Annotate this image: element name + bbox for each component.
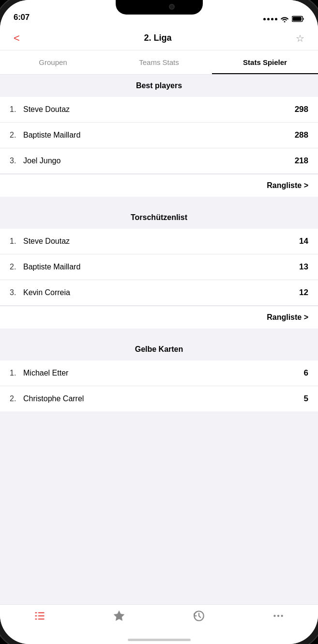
notch [116, 0, 203, 15]
signal-dots [263, 18, 277, 20]
battery-icon [292, 16, 304, 22]
bottom-tab-favorites[interactable] [79, 610, 159, 622]
status-bar: 6:07 [0, 0, 318, 26]
svg-rect-8 [38, 618, 45, 619]
home-indicator [128, 639, 191, 641]
svg-rect-2 [292, 17, 302, 21]
card-name-2: Christophe Carrel [23, 394, 304, 403]
rank-3: 3. [10, 157, 23, 165]
svg-point-10 [273, 615, 275, 617]
history-icon [193, 610, 205, 622]
tab-bar: Groupen Teams Stats Stats Spieler [0, 50, 318, 75]
scorer-name-2: Baptiste Maillard [23, 263, 299, 271]
star-icon [113, 610, 125, 622]
more-icon [272, 610, 285, 622]
svg-rect-6 [38, 615, 45, 616]
scorer-name-3: Kevin Correia [23, 288, 299, 297]
main-content: Best players 1. Steve Doutaz 298 2. Bapt… [0, 75, 318, 604]
list-item: 3. Joel Jungo 218 [0, 148, 318, 174]
status-icons [263, 16, 304, 22]
card-name-1: Michael Etter [23, 369, 304, 377]
rank-t1: 1. [10, 237, 23, 246]
torschuetzenlist-header: Torschützenlist [0, 206, 318, 229]
svg-rect-5 [35, 615, 37, 616]
bottom-tab-more[interactable] [239, 610, 318, 622]
phone-frame: 6:07 < 2. Liga ☆ Grou [0, 0, 318, 644]
tab-teams-stats[interactable]: Teams Stats [106, 50, 212, 74]
list-item: 1. Steve Doutaz 14 [0, 229, 318, 254]
nav-bar: < 2. Liga ☆ [0, 26, 318, 50]
scorer-score-3: 12 [299, 288, 308, 298]
scorer-score-2: 13 [299, 262, 308, 272]
rank-1: 1. [10, 105, 23, 114]
gelbe-karten-list: 1. Michael Etter 6 2. Christophe Carrel … [0, 361, 318, 411]
page-title: 2. Liga [144, 33, 171, 43]
best-players-list: 1. Steve Doutaz 298 2. Baptiste Maillard… [0, 97, 318, 197]
list-icon [33, 610, 46, 622]
list-item: 2. Christophe Carrel 5 [0, 386, 318, 411]
player-name-1: Steve Doutaz [23, 105, 295, 114]
card-score-1: 6 [304, 368, 308, 378]
gelbe-karten-header: Gelbe Karten [0, 338, 318, 361]
player-score-1: 298 [295, 105, 308, 114]
camera-dot [169, 4, 175, 10]
player-score-2: 288 [295, 130, 308, 140]
svg-point-0 [284, 21, 286, 23]
player-name-3: Joel Jungo [23, 157, 295, 165]
list-item: 3. Kevin Correia 12 [0, 280, 318, 306]
rangliste-link-torschuetzen[interactable]: Rangliste > [267, 313, 308, 322]
list-item: 2. Baptiste Maillard 288 [0, 123, 318, 148]
rangliste-row-best-players: Rangliste > [0, 174, 318, 197]
svg-point-11 [277, 615, 279, 617]
list-item: 2. Baptiste Maillard 13 [0, 254, 318, 280]
rank-t3: 3. [10, 288, 23, 297]
rank-2: 2. [10, 131, 23, 140]
list-item: 1. Steve Doutaz 298 [0, 97, 318, 123]
list-item: 1. Michael Etter 6 [0, 361, 318, 386]
bottom-spacer [0, 411, 318, 426]
section-divider-1 [0, 197, 318, 206]
player-score-3: 218 [295, 156, 308, 166]
tab-groupen[interactable]: Groupen [0, 50, 106, 74]
rangliste-link-best-players[interactable]: Rangliste > [267, 181, 308, 190]
rank-g2: 2. [10, 394, 23, 403]
scorer-score-1: 14 [299, 236, 308, 246]
player-name-2: Baptiste Maillard [23, 131, 295, 140]
torschuetzenlist-list: 1. Steve Doutaz 14 2. Baptiste Maillard … [0, 229, 318, 329]
bottom-tab-list[interactable] [0, 610, 79, 622]
rank-g1: 1. [10, 369, 23, 377]
svg-rect-7 [35, 618, 37, 619]
rank-t2: 2. [10, 263, 23, 271]
tab-stats-spieler[interactable]: Stats Spieler [212, 50, 318, 74]
card-score-2: 5 [304, 394, 308, 404]
section-divider-2 [0, 329, 318, 338]
rangliste-row-torschuetzen: Rangliste > [0, 306, 318, 329]
svg-point-12 [281, 615, 283, 617]
favorite-button[interactable]: ☆ [292, 31, 308, 46]
bottom-tab-history[interactable] [159, 610, 239, 622]
svg-rect-3 [35, 612, 37, 613]
status-time: 6:07 [14, 13, 30, 22]
svg-rect-4 [38, 612, 45, 613]
scorer-name-1: Steve Doutaz [23, 237, 299, 246]
back-button[interactable]: < [10, 30, 24, 47]
best-players-header: Best players [0, 75, 318, 97]
wifi-icon [280, 16, 289, 22]
bottom-tab-bar [0, 604, 318, 644]
